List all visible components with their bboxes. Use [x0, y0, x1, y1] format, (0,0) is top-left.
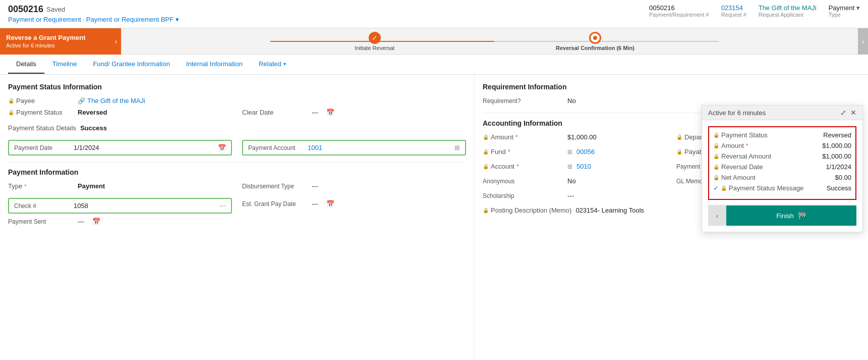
- disbursement-type-label: Disbursement Type: [242, 183, 308, 190]
- popup-payment-status-row: 🔒 Payment Status Reversed: [713, 131, 851, 139]
- popup-amount-row: 🔒 Amount * $1,000.00: [713, 142, 851, 149]
- popup-reversal-date-row: 🔒 Reversal Date 1/1/2024: [713, 163, 851, 171]
- req-value: No: [567, 97, 576, 105]
- popup-finish-button[interactable]: Finish 🏁: [726, 205, 856, 226]
- nav-tabs: Details Timeline Fund/ Grantee Informati…: [0, 55, 868, 75]
- payee-row: 🔒 Payee 🔗 The Gift of the MAJi: [8, 97, 466, 105]
- type-value: Payment: [78, 182, 105, 190]
- fund-grid-icon: ⊞: [567, 148, 572, 156]
- popup-flag-icon: 🏁: [798, 212, 806, 220]
- payment-status-label: 🔒 Payment Status: [8, 109, 74, 116]
- req-label: Requirement?: [483, 97, 563, 105]
- pops-lock-icon: 🔒: [713, 132, 719, 138]
- type-row: Type * Payment: [8, 182, 232, 190]
- meta-type-label: Payment: [829, 4, 854, 12]
- popup-active-label: Active for 6 minutes: [708, 109, 766, 117]
- fund-required-icon: *: [508, 148, 510, 156]
- est-grant-label: Est. Grant Pay Date: [242, 200, 308, 208]
- step-2-circle: [589, 32, 601, 44]
- req-title: Requirement Information: [483, 83, 860, 91]
- tab-timeline[interactable]: Timeline: [44, 55, 85, 74]
- fund-value[interactable]: 00056: [576, 148, 595, 156]
- meta-applicant-value[interactable]: The Gift of the MAJi: [759, 4, 817, 12]
- acc-lock-icon: 🔒: [483, 164, 489, 169]
- fund-lock-icon: 🔒: [483, 149, 489, 155]
- payment-date-field[interactable]: Payment Date 1/1/2024 📅: [8, 140, 232, 156]
- account-value[interactable]: 5010: [576, 163, 591, 170]
- popup-reversal-date-label: 🔒 Reversal Date: [713, 163, 763, 171]
- step-1-label: Initiate Reversal: [355, 45, 394, 51]
- type-label: Type *: [8, 182, 74, 190]
- popup-close-icon[interactable]: ✕: [850, 109, 856, 117]
- payment-account-field[interactable]: Payment Account 1001 ⊞: [242, 140, 466, 156]
- dropdown-icon[interactable]: ▾: [856, 4, 860, 12]
- popup-net-amount-row: 🔒 Net Amount $0.00: [713, 174, 851, 181]
- step-1[interactable]: ✓ Initiate Reversal: [355, 32, 394, 51]
- popup-header: Active for 6 minutes ⤢ ✕: [702, 106, 862, 120]
- popna-lock-icon: 🔒: [713, 175, 719, 180]
- breadcrumb-1[interactable]: Payment or Requirement: [8, 16, 81, 23]
- payee-value[interactable]: The Gift of the MAJi: [87, 97, 145, 105]
- popup-amount-required: *: [746, 142, 748, 149]
- payment-date-value: 1/1/2024: [74, 144, 99, 151]
- anonymous-value: No: [567, 177, 576, 185]
- payment-info-section: Payment Information Type * Payment Disbu…: [8, 168, 466, 225]
- anonymous-row: Anonymous No: [483, 177, 666, 185]
- popup-reversal-amount-value: $1,000.00: [822, 152, 851, 160]
- est-grant-calendar-icon[interactable]: 📅: [326, 200, 334, 208]
- header-right: 0050216 Payment/Requirement # 023154 Req…: [649, 4, 860, 18]
- meta-request-label: Request #: [721, 12, 746, 18]
- account-label: 🔒 Account *: [483, 163, 563, 170]
- meta-request: 023154 Request #: [721, 4, 746, 18]
- breadcrumb-dropdown-icon[interactable]: ▾: [176, 16, 179, 23]
- popa-lock-icon: 🔒: [713, 143, 719, 148]
- clear-date-calendar-icon[interactable]: 📅: [326, 109, 334, 116]
- est-grant-value: ---: [312, 200, 318, 208]
- check-dots-icon[interactable]: ⋯: [219, 202, 226, 210]
- tab-fund-grantee[interactable]: Fund/ Grantee Information: [85, 55, 178, 74]
- payment-account-value[interactable]: 1001: [308, 144, 322, 151]
- popup-payment-status-value: Reversed: [823, 131, 851, 139]
- check-number-field[interactable]: Check # 1058 ⋯: [8, 198, 232, 214]
- payment-sent-calendar-icon[interactable]: 📅: [92, 218, 100, 225]
- meta-type-sub: Type: [829, 12, 841, 18]
- tab-related[interactable]: Related ▾: [251, 55, 294, 74]
- step-2[interactable]: Reversal Confirmation (6 Min): [556, 32, 634, 51]
- popup-expand-icon[interactable]: ⤢: [840, 109, 846, 117]
- popup-reversal-amount-row: 🔒 Reversal Amount $1,000.00: [713, 152, 851, 160]
- amount-label: 🔒 Amount *: [483, 133, 563, 141]
- step-1-circle: ✓: [369, 32, 381, 44]
- breadcrumb-sep: ·: [83, 16, 85, 23]
- payment-status-row: 🔒 Payment Status Reversed: [8, 109, 232, 116]
- payment-status-title: Payment Status Information: [8, 83, 466, 91]
- popup-net-amount-label: 🔒 Net Amount: [713, 174, 756, 181]
- posting-desc-value: 023154- Learning Tools: [575, 207, 644, 214]
- payment-date-calendar-icon[interactable]: 📅: [218, 144, 226, 151]
- disbursement-type-value: ---: [312, 182, 318, 190]
- popup-psm-label: 🔒 Payment Status Message: [721, 184, 803, 192]
- psd-label: Payment Status Details: [8, 124, 76, 132]
- step-bar-right-chevron[interactable]: ›: [858, 28, 868, 55]
- payee-lock-icon: 🔒: [8, 98, 14, 104]
- amount-value: $1,000.00: [567, 133, 597, 141]
- reverse-grant-sub: Active for 6 minutes: [6, 42, 86, 48]
- poprd-lock-icon: 🔒: [713, 164, 719, 170]
- meta-request-value[interactable]: 023154: [721, 4, 743, 12]
- popup-header-icons: ⤢ ✕: [840, 109, 856, 117]
- payment-sent-value: ---: [78, 218, 84, 225]
- popup-data-box: 🔒 Payment Status Reversed 🔒 Amount * $1,…: [708, 126, 856, 200]
- tab-details[interactable]: Details: [8, 55, 44, 74]
- breadcrumb-2[interactable]: Payment or Requirement BPF ▾: [86, 16, 179, 23]
- breadcrumb: Payment or Requirement · Payment or Requ…: [8, 16, 179, 23]
- tab-internal-info[interactable]: Internal Information: [178, 55, 251, 74]
- payment-account-label: Payment Account: [248, 144, 304, 151]
- popup-amount-label: 🔒 Amount *: [713, 142, 748, 149]
- step-bar-left-chevron[interactable]: ‹: [111, 28, 121, 55]
- popup-back-button[interactable]: ‹: [708, 205, 726, 226]
- check-value: 1058: [74, 202, 88, 210]
- amount-required-icon: *: [515, 133, 518, 141]
- payment-account-grid-icon[interactable]: ⊞: [454, 144, 460, 151]
- popup-psm-value: Success: [827, 184, 851, 192]
- related-dropdown-icon[interactable]: ▾: [283, 61, 286, 67]
- meta-payment-req-label: Payment/Requirement #: [649, 12, 709, 18]
